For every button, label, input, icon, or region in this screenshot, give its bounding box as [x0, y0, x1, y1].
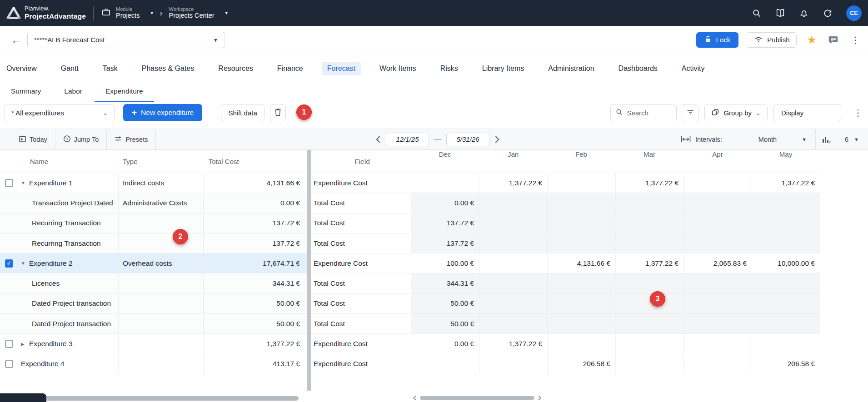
- month-value-cell[interactable]: [683, 193, 752, 213]
- user-avatar[interactable]: CE: [846, 5, 862, 21]
- name-cell[interactable]: Recurring Transaction: [18, 213, 119, 233]
- tab-risks[interactable]: Risks: [435, 62, 464, 75]
- more-options-kebab-icon[interactable]: ⋮: [851, 35, 860, 45]
- name-cell[interactable]: Recurring Transaction: [18, 233, 119, 253]
- total-cost-cell[interactable]: 1,377.22 €: [204, 340, 307, 348]
- month-value-cell[interactable]: [683, 314, 752, 333]
- table-row[interactable]: Dated Project transaction50.00 €: [0, 314, 307, 334]
- month-value-cell[interactable]: 100.00 €: [411, 253, 479, 273]
- month-value-cell[interactable]: [683, 334, 752, 353]
- row-checkbox[interactable]: [5, 179, 13, 187]
- month-value-cell[interactable]: [547, 294, 615, 313]
- month-value-cell[interactable]: [547, 173, 615, 193]
- total-cost-cell[interactable]: 344.31 €: [204, 279, 307, 288]
- month-value-cell[interactable]: [752, 193, 820, 213]
- month-value-cell[interactable]: [683, 273, 752, 293]
- scroll-right-arrow-icon[interactable]: [538, 395, 542, 401]
- name-cell[interactable]: Transaction Project Dated: [18, 193, 119, 213]
- back-arrow-icon[interactable]: ←: [11, 35, 22, 45]
- month-value-cell[interactable]: [479, 314, 547, 333]
- display-button[interactable]: Display: [773, 104, 841, 121]
- tab-dashboards[interactable]: Dashboards: [613, 62, 663, 75]
- type-cell[interactable]: [119, 294, 204, 313]
- total-cost-cell[interactable]: 137.72 €: [204, 239, 307, 248]
- collapse-arrow-icon[interactable]: ▼: [21, 261, 27, 266]
- project-title-dropdown[interactable]: *****ALB Forecast Cost ▼: [27, 32, 225, 48]
- type-cell[interactable]: Administrative Costs: [119, 193, 204, 213]
- table-row[interactable]: Expenditure 4413.17 €: [0, 354, 307, 374]
- month-value-cell[interactable]: [615, 233, 683, 253]
- tab-activity[interactable]: Activity: [676, 62, 710, 75]
- table-row[interactable]: ✓▼Expenditure 2Overhead costs17,674.71 €: [0, 253, 307, 273]
- total-cost-cell[interactable]: 50.00 €: [204, 320, 307, 328]
- group-by-button[interactable]: Group by ⌄: [704, 104, 768, 121]
- subtab-labor[interactable]: Labor: [53, 84, 93, 102]
- month-value-cell[interactable]: 344.31 €: [411, 273, 479, 293]
- scroll-left-arrow-icon[interactable]: [413, 395, 417, 401]
- row-checkbox[interactable]: ✓: [5, 259, 13, 268]
- total-cost-cell[interactable]: 17,674.71 €: [204, 259, 307, 268]
- month-value-cell[interactable]: 2,065.83 €: [683, 253, 752, 273]
- month-value-cell[interactable]: 1,377.22 €: [479, 173, 547, 193]
- tab-resources[interactable]: Resources: [213, 62, 258, 75]
- lock-button[interactable]: Lock: [696, 32, 739, 48]
- table-row[interactable]: Transaction Project DatedAdministrative …: [0, 193, 307, 213]
- month-value-cell[interactable]: 0.00 €: [411, 334, 479, 353]
- presets-button[interactable]: Presets: [107, 129, 156, 149]
- month-value-cell[interactable]: 1,377.22 €: [479, 334, 547, 353]
- month-value-cell[interactable]: [547, 273, 615, 293]
- help-book-icon[interactable]: [775, 8, 785, 18]
- table-row[interactable]: Recurring Transaction137.72 €: [0, 213, 307, 233]
- month-value-cell[interactable]: [615, 334, 683, 353]
- total-cost-cell[interactable]: 0.00 €: [204, 199, 307, 207]
- expand-arrow-icon[interactable]: ▶: [21, 342, 27, 347]
- month-value-cell[interactable]: [752, 294, 820, 313]
- tab-work-items[interactable]: Work Items: [374, 62, 422, 75]
- interval-count-value[interactable]: 6: [845, 136, 848, 143]
- month-value-cell[interactable]: [615, 314, 683, 333]
- month-value-cell[interactable]: [479, 233, 547, 253]
- shift-data-button[interactable]: Shift data: [221, 104, 264, 121]
- interval-unit-value[interactable]: Month: [758, 136, 777, 143]
- tab-overview[interactable]: Overview: [1, 62, 42, 75]
- month-value-cell[interactable]: [479, 193, 547, 213]
- month-value-cell[interactable]: [479, 213, 547, 233]
- today-button[interactable]: Today: [11, 129, 55, 149]
- table-row[interactable]: Recurring Transaction137.72 €: [0, 233, 307, 253]
- chevron-down-icon[interactable]: ▼: [854, 137, 859, 142]
- month-value-cell[interactable]: [547, 233, 615, 253]
- month-value-cell[interactable]: [683, 294, 752, 313]
- module-selector[interactable]: Module Projects ▾: [101, 6, 153, 20]
- tab-administration[interactable]: Administration: [543, 62, 599, 75]
- tab-gantt[interactable]: Gantt: [55, 62, 84, 75]
- favorite-star-icon[interactable]: ★: [807, 34, 817, 46]
- scrollbar-thumb[interactable]: [420, 396, 534, 400]
- month-value-cell[interactable]: [752, 334, 820, 353]
- month-value-cell[interactable]: 10,000.00 €: [752, 253, 820, 273]
- total-cost-cell[interactable]: 4,131.66 €: [204, 179, 307, 187]
- month-value-cell[interactable]: [752, 314, 820, 333]
- end-date-input[interactable]: [446, 133, 489, 146]
- month-value-cell[interactable]: [615, 294, 683, 313]
- month-value-cell[interactable]: 4,131.66 €: [547, 253, 615, 273]
- month-value-cell[interactable]: [683, 354, 752, 374]
- notifications-bell-icon[interactable]: [799, 8, 809, 18]
- total-cost-cell[interactable]: 413.17 €: [204, 360, 307, 368]
- table-row[interactable]: ▼Expenditure 1Indirect costs4,131.66 €: [0, 173, 307, 193]
- subtab-expenditure[interactable]: Expenditure: [95, 84, 154, 102]
- month-value-cell[interactable]: [752, 273, 820, 293]
- name-cell[interactable]: ▼Expenditure 2: [18, 253, 119, 273]
- filter-button[interactable]: [682, 104, 698, 121]
- search-input[interactable]: [627, 109, 668, 117]
- toolbar-kebab-icon[interactable]: ⋮: [853, 107, 863, 118]
- month-value-cell[interactable]: [547, 193, 615, 213]
- month-value-cell[interactable]: [615, 354, 683, 374]
- month-value-cell[interactable]: [752, 233, 820, 253]
- month-value-cell[interactable]: [547, 314, 615, 333]
- month-value-cell[interactable]: [683, 173, 752, 193]
- type-cell[interactable]: [119, 334, 204, 353]
- month-value-cell[interactable]: 206.58 €: [752, 354, 820, 374]
- tab-finance[interactable]: Finance: [272, 62, 309, 75]
- tab-task[interactable]: Task: [97, 62, 123, 75]
- table-row[interactable]: Dated Project transaction50.00 €: [0, 294, 307, 314]
